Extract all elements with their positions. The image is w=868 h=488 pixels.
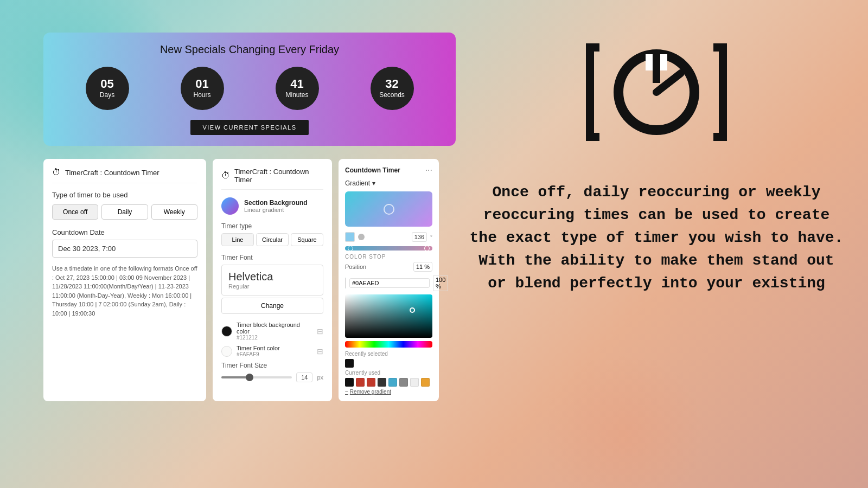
panel1-title: TimerCraft : Countdown Timer — [65, 169, 159, 177]
timer-type-btns: Line Circular Square — [221, 233, 323, 246]
color-stops-row: 136 ° — [345, 232, 432, 242]
position-unit: % — [424, 264, 430, 270]
block-color-title: Timer block background color — [237, 322, 312, 335]
hours-label: Hours — [193, 91, 210, 99]
block-color-row: Timer block background color #121212 ⊟ — [221, 322, 323, 341]
square-timer-btn[interactable]: Square — [291, 233, 323, 246]
swatch-1[interactable] — [345, 378, 354, 387]
view-specials-button[interactable]: VIEW CURRENT SPECIALS — [190, 120, 308, 135]
font-color-row: Timer Font color #FAFAF9 ⊟ — [221, 345, 323, 357]
font-color-hex: #FAFAF9 — [237, 351, 280, 357]
panel2-title: TimerCraft : Countdown Timer — [234, 168, 323, 184]
position-value: 11 % — [413, 262, 432, 272]
swatch-5[interactable] — [388, 378, 397, 387]
currently-used-swatches — [345, 378, 432, 387]
font-color-title: Timer Font color — [237, 345, 280, 351]
hex-row: 100 % — [345, 275, 432, 291]
swatch-7[interactable] — [410, 378, 419, 387]
bg-decoration-coral — [542, 352, 705, 488]
countdown-date-input[interactable] — [52, 240, 197, 258]
color-stop-circle — [358, 234, 365, 240]
bracket-left — [586, 43, 594, 141]
position-row: Position 11 % — [345, 262, 432, 272]
opacity-unit: % — [436, 283, 441, 290]
timer-font-label: Timer Font — [221, 254, 323, 261]
remove-gradient-btn[interactable]: − Remove gradient — [345, 389, 432, 395]
section-bg-title: Section Background — [244, 199, 308, 207]
block-color-edit-icon[interactable]: ⊟ — [317, 327, 323, 336]
section-bg-row: Section Background Linear gradient — [221, 197, 323, 215]
hex-swatch — [345, 278, 346, 288]
slider-thumb — [246, 374, 253, 381]
once-off-button[interactable]: Once off — [52, 204, 98, 220]
font-size-slider[interactable] — [221, 376, 292, 378]
section-bg-subtitle: Linear gradient — [244, 207, 308, 213]
block-color-text: Timer block background color #121212 — [237, 322, 312, 341]
font-name: Helvetica — [228, 271, 316, 283]
panels-row: ⏱ TimerCraft : Countdown Timer Type of t… — [43, 159, 456, 401]
panel-color-picker: Countdown Timer ··· Gradient ▾ 136 ° COL… — [339, 159, 439, 401]
timer-icon-2: ⏱ — [221, 171, 230, 181]
font-color-edit-icon[interactable]: ⊟ — [317, 347, 323, 356]
gradient-preview — [345, 191, 432, 227]
hours-circle: 01 Hours — [181, 67, 224, 110]
remove-gradient-label: Remove gradient — [350, 389, 391, 395]
marketing-text: Once off, daily reoccuring or weekly reo… — [445, 181, 868, 295]
minutes-label: Minutes — [285, 91, 308, 99]
swatch-4[interactable] — [378, 378, 386, 387]
change-font-button[interactable]: Change — [221, 298, 323, 314]
swatch-6[interactable] — [399, 378, 408, 387]
minus-icon: − — [345, 389, 348, 395]
recently-selected-swatches — [345, 359, 432, 368]
countdown-banner: New Specials Changing Every Friday 05 Da… — [43, 33, 456, 146]
gradient-dropdown[interactable]: Gradient ▾ — [345, 179, 432, 187]
line-timer-btn[interactable]: Line — [221, 233, 254, 246]
opacity-num: 100 — [436, 277, 445, 283]
font-size-label: Timer Font Size — [221, 362, 323, 369]
hex-input[interactable] — [349, 278, 430, 288]
timer-type-section-label: Type of timer to be used — [52, 191, 197, 199]
gradient-stop-left[interactable] — [348, 246, 353, 251]
dots-menu-icon[interactable]: ··· — [425, 165, 432, 175]
gradient-stop-right[interactable] — [424, 246, 430, 251]
swatch-3[interactable] — [367, 378, 375, 387]
font-size-value: 14 — [296, 373, 312, 382]
power-line — [653, 53, 660, 83]
logo-svg — [580, 33, 732, 152]
block-color-hex: #121212 — [237, 335, 312, 341]
panel-settings: ⏱ TimerCraft : Countdown Timer Type of t… — [43, 159, 206, 401]
days-value: 05 — [100, 78, 113, 90]
hue-bar[interactable] — [345, 341, 432, 348]
bracket-right — [719, 43, 727, 141]
timer-type-label: Timer type — [221, 222, 323, 230]
panel2-header: ⏱ TimerCraft : Countdown Timer — [221, 168, 323, 190]
picker-cursor — [410, 307, 415, 313]
minutes-circle: 41 Minutes — [276, 67, 319, 110]
swatch-black[interactable] — [345, 359, 354, 368]
swatch-8[interactable] — [421, 378, 430, 387]
position-label: Position — [345, 264, 366, 270]
panel1-header: ⏱ TimerCraft : Countdown Timer — [52, 168, 197, 183]
weekly-button[interactable]: Weekly — [151, 204, 197, 220]
timer-type-btn-group: Once off Daily Weekly — [52, 204, 197, 220]
right-column: Once off, daily reoccuring or weekly reo… — [445, 33, 868, 295]
color-picker-area[interactable] — [345, 294, 432, 338]
section-bg-text: Section Background Linear gradient — [244, 199, 308, 213]
banner-title: New Specials Changing Every Friday — [60, 43, 439, 56]
swatch-2[interactable] — [356, 378, 365, 387]
gradient-label: Gradient — [345, 179, 370, 187]
panel3-header: Countdown Timer ··· — [345, 165, 432, 175]
helper-text: Use a timedate in one of the following f… — [52, 264, 197, 318]
slider-row: 14 px — [221, 373, 323, 382]
timer-icon-1: ⏱ — [52, 168, 61, 177]
daily-button[interactable]: Daily — [101, 204, 148, 220]
seconds-label: Seconds — [379, 91, 405, 99]
panel3-title: Countdown Timer — [345, 166, 400, 174]
left-column: New Specials Changing Every Friday 05 Da… — [43, 33, 456, 401]
circular-timer-btn[interactable]: Circular — [256, 233, 289, 246]
panel-font-color: ⏱ TimerCraft : Countdown Timer Section B… — [213, 159, 332, 401]
gradient-bar — [345, 246, 432, 251]
countdown-circles: 05 Days 01 Hours 41 Minutes 32 Sec — [60, 67, 439, 110]
days-label: Days — [100, 91, 114, 99]
stop-unit: ° — [430, 234, 432, 240]
